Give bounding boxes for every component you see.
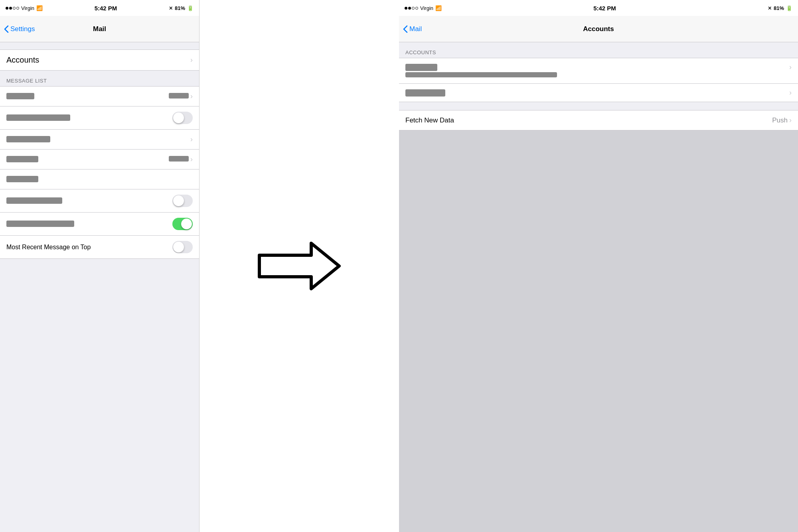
- tocc-toggle[interactable]: [172, 112, 193, 124]
- carrier-name: Virgin: [21, 5, 34, 11]
- icloud-row: ›: [405, 63, 792, 71]
- list-item-swipe[interactable]: ›: [0, 130, 199, 150]
- swipe-label: [6, 136, 50, 143]
- list-item-tocc[interactable]: [0, 106, 199, 130]
- dot4: [16, 7, 19, 10]
- list-item-delete[interactable]: [0, 169, 199, 189]
- right-nav-bar: Mail Accounts: [399, 16, 798, 42]
- fetch-label: Fetch New Data: [405, 116, 454, 124]
- swipe-chevron: ›: [190, 135, 193, 144]
- accounts-label: Accounts: [6, 55, 39, 65]
- right-accounts-list: › ›: [399, 58, 798, 102]
- right-gray-area: [399, 130, 798, 532]
- right-back-label: Mail: [409, 25, 422, 33]
- message-list-section: › › ›: [0, 86, 199, 259]
- remote-label: [6, 197, 62, 205]
- exchange-name: [405, 89, 445, 97]
- list-item-flag[interactable]: ›: [0, 150, 199, 169]
- dot1: [6, 7, 8, 10]
- right-nav-title: Accounts: [583, 25, 614, 33]
- left-status-bar: Virgin 📶 5:42 PM ⨯ 81% 🔋: [0, 0, 199, 16]
- icloud-chevron: ›: [789, 63, 792, 71]
- fetch-value-group: Push ›: [772, 116, 792, 124]
- thread-label: [6, 221, 74, 228]
- left-back-button[interactable]: Settings: [4, 25, 35, 33]
- left-panel: Virgin 📶 5:42 PM ⨯ 81% 🔋 Settings Mail A…: [0, 0, 200, 532]
- preview-value: ›: [169, 92, 193, 100]
- rdot3: [412, 7, 415, 10]
- right-arrow: [255, 240, 343, 292]
- battery-icon: 🔋: [187, 5, 194, 11]
- left-nav-title: Mail: [93, 25, 106, 33]
- left-spacer2: [0, 71, 199, 75]
- accounts-row[interactable]: Accounts ›: [0, 49, 199, 71]
- flag-value: ›: [169, 155, 193, 164]
- recent-toggle[interactable]: [172, 241, 193, 253]
- left-status-left: Virgin 📶: [6, 5, 43, 11]
- right-battery-icon: 🔋: [786, 5, 792, 11]
- rdot2: [408, 7, 411, 10]
- push-value: Push: [772, 116, 788, 124]
- icloud-detail: [405, 72, 792, 79]
- rdot4: [415, 7, 418, 10]
- right-accounts-header-label: ACCOUNTS: [405, 49, 436, 55]
- account-item-exchange[interactable]: ›: [399, 84, 798, 102]
- right-wifi-icon: 📶: [435, 5, 442, 11]
- left-nav-bar: Settings Mail: [0, 16, 199, 42]
- right-accounts-header: ACCOUNTS: [399, 42, 798, 58]
- left-status-right: ⨯ 81% 🔋: [169, 5, 194, 11]
- right-carrier-name: Virgin: [420, 5, 433, 11]
- right-status-bar: Virgin 📶 5:42 PM ⨯ 81% 🔋: [399, 0, 798, 16]
- battery-percent: 81%: [175, 5, 185, 11]
- left-back-label: Settings: [10, 25, 35, 33]
- right-signal-dots: [405, 7, 418, 10]
- rdot1: [405, 7, 407, 10]
- left-time: 5:42 PM: [95, 5, 117, 12]
- dot2: [9, 7, 12, 10]
- dot3: [13, 7, 16, 10]
- account-item-icloud[interactable]: ›: [399, 58, 798, 84]
- bluetooth-icon: ⨯: [169, 5, 173, 11]
- fetch-chevron: ›: [789, 116, 792, 124]
- list-item-thread[interactable]: [0, 213, 199, 236]
- right-panel: Virgin 📶 5:42 PM ⨯ 81% 🔋 Mail Accounts A…: [399, 0, 798, 532]
- svg-marker-0: [259, 243, 339, 289]
- message-list-header: MESSAGE LIST: [0, 75, 199, 86]
- left-spacer1: [0, 42, 199, 49]
- recent-label: Most Recent Message on Top: [6, 244, 91, 251]
- right-status-right: ⨯ 81% 🔋: [768, 5, 792, 11]
- fetch-new-data-row[interactable]: Fetch New Data Push ›: [399, 110, 798, 130]
- tocc-label: [6, 114, 70, 122]
- flag-label: [6, 156, 38, 163]
- middle-section: [200, 0, 399, 532]
- list-item-recent[interactable]: Most Recent Message on Top: [0, 236, 199, 258]
- right-bluetooth-icon: ⨯: [768, 5, 772, 11]
- delete-label: [6, 176, 38, 183]
- right-battery-percent: 81%: [774, 5, 784, 11]
- wifi-icon: 📶: [36, 5, 43, 11]
- accounts-chevron: ›: [190, 56, 193, 64]
- right-time: 5:42 PM: [593, 5, 616, 12]
- exchange-row: ›: [405, 89, 792, 97]
- right-back-button[interactable]: Mail: [403, 25, 422, 33]
- list-item-remote[interactable]: [0, 189, 199, 213]
- message-list-label: MESSAGE LIST: [6, 78, 47, 84]
- right-status-left: Virgin 📶: [405, 5, 442, 11]
- remote-toggle[interactable]: [172, 195, 193, 207]
- list-item-preview[interactable]: ›: [0, 87, 199, 106]
- icloud-name: [405, 64, 437, 71]
- signal-dots: [6, 7, 19, 10]
- preview-label: [6, 93, 34, 100]
- thread-toggle[interactable]: [172, 218, 193, 230]
- flag-chevron: ›: [190, 155, 193, 163]
- preview-text-blur: [6, 93, 34, 99]
- preview-chevron: ›: [190, 92, 193, 100]
- exchange-chevron: ›: [789, 89, 792, 97]
